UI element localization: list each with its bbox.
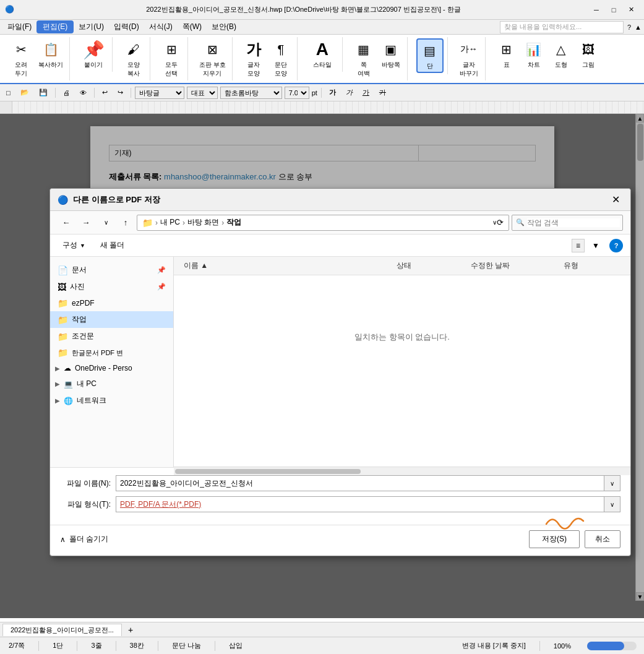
- col-name-header[interactable]: 이름 ▲: [181, 259, 394, 272]
- organize-label: 구성: [62, 240, 77, 251]
- new-folder-button[interactable]: 새 폴더: [95, 238, 129, 252]
- ruler-marks: [12, 101, 644, 113]
- view-toggle-button[interactable]: ≡: [572, 239, 585, 252]
- replace-icon: 가↔: [459, 40, 479, 59]
- address-bar[interactable]: 📁 › 내 PC › 바탕 화면 › 작업 ∨ ⟳: [137, 215, 509, 231]
- filetype-dropdown-button[interactable]: ∨: [604, 496, 620, 512]
- breadcrumb-pc[interactable]: 내 PC: [160, 217, 180, 228]
- filetype-row: 파일 형식(T): PDF, PDF/A 문서(*.PDF) ∨: [60, 496, 620, 512]
- menu-file[interactable]: 파일(F): [2, 20, 36, 33]
- para-format-button[interactable]: ¶ 문단모양: [268, 38, 293, 79]
- sidebar-onedrive[interactable]: ▶ ☁ OneDrive - Perso: [50, 361, 173, 376]
- sidebar-item-photos[interactable]: 🖼 사진 📌: [50, 278, 173, 295]
- sidebar-item-ezpdf[interactable]: 📁 ezPDF: [50, 295, 173, 311]
- font-rep-select[interactable]: 대표: [187, 87, 218, 99]
- menu-edit[interactable]: 편집(E): [36, 20, 74, 33]
- menu-page[interactable]: 쪽(W): [178, 20, 207, 33]
- search-input[interactable]: [527, 218, 620, 227]
- col-date-header[interactable]: 수정한 날짜: [468, 259, 561, 272]
- sidebar-item-condition[interactable]: 📁 조건문: [50, 328, 173, 345]
- cut-button[interactable]: ✂ 오려두기: [9, 38, 33, 79]
- clear-marks-button[interactable]: ⊠ 조판 부호지우기: [197, 38, 228, 79]
- mypc-icon: 💻: [64, 380, 73, 389]
- table-button[interactable]: ⊞ 표: [494, 38, 519, 71]
- ribbon-group-replace: 가↔ 글자바꾸기: [453, 37, 486, 80]
- dialog-close-button[interactable]: ✕: [608, 192, 623, 207]
- menu-view[interactable]: 보기(U): [74, 20, 109, 33]
- menu-security[interactable]: 보안(B): [207, 20, 241, 33]
- sidebar-network[interactable]: ▶ 🌐 네트워크: [50, 392, 173, 409]
- minimize-button[interactable]: ─: [588, 4, 604, 16]
- expand-icon[interactable]: ▲: [635, 24, 642, 31]
- strikethrough-button[interactable]: 가: [376, 87, 390, 98]
- file-empty-message: 일치하는 항목이 없습니다.: [174, 275, 630, 399]
- format-copy-button[interactable]: 🖌 모양복사: [121, 38, 146, 79]
- status-insert: 삽입: [225, 641, 246, 650]
- nav-up-button[interactable]: ↑: [117, 215, 134, 230]
- filename-row: 파일 이름(N): ∨: [60, 475, 620, 491]
- font-size-select[interactable]: 7.0: [285, 87, 309, 99]
- ribbon-group-insert: ⊞ 표 📊 차트 △ 도형 🖼 그림: [491, 37, 604, 72]
- menu-input[interactable]: 입력(D): [109, 20, 144, 33]
- address-refresh-button[interactable]: ⟳: [497, 218, 504, 227]
- replace-char-button[interactable]: 가↔ 글자바꾸기: [457, 38, 481, 79]
- breadcrumb-current[interactable]: 작업: [226, 217, 241, 228]
- sidebar-item-documents[interactable]: 📄 문서 📌: [50, 262, 173, 278]
- col-type-header[interactable]: 유형: [561, 259, 623, 272]
- page-margin-button[interactable]: ▦ 쪽여백: [351, 38, 376, 79]
- tab-document[interactable]: 2022빈집활용_아이디어_공모전...: [2, 624, 122, 636]
- add-tab-button[interactable]: +: [123, 624, 138, 636]
- print-button[interactable]: 🖨: [59, 88, 74, 98]
- col-status-header[interactable]: 상태: [394, 259, 468, 272]
- chart-button[interactable]: 📊 차트: [522, 38, 546, 71]
- sidebar-mypc[interactable]: ▶ 💻 내 PC: [50, 376, 173, 392]
- sidebar-item-hwp-pdf[interactable]: 📁 한글문서 PDF 변: [50, 345, 173, 361]
- menu-format[interactable]: 서식(J): [144, 20, 178, 33]
- select-all-button[interactable]: ⊞ 모두선택: [159, 38, 184, 79]
- dialog-help-button[interactable]: ?: [609, 239, 623, 252]
- filename-input[interactable]: [116, 475, 604, 491]
- col-status-label: 상태: [397, 261, 411, 270]
- background-button[interactable]: ▣ 바탕쪽: [379, 38, 403, 79]
- filename-dropdown-button[interactable]: ∨: [604, 475, 620, 491]
- copy-button[interactable]: 📋 복사하기: [36, 38, 66, 79]
- address-chevron-button[interactable]: ∨: [492, 219, 497, 226]
- cut-icon: ✂: [11, 40, 31, 59]
- style-select[interactable]: 바탕글: [135, 87, 184, 99]
- organize-button[interactable]: 구성 ▼: [58, 238, 90, 252]
- nav-back-button[interactable]: ←: [58, 215, 75, 230]
- columns-button[interactable]: ▤ 단: [416, 38, 444, 73]
- save-doc-button[interactable]: 💾: [35, 87, 51, 98]
- nav-dropdown-button[interactable]: ∨: [97, 215, 114, 230]
- redo-button[interactable]: ↪: [114, 87, 127, 98]
- underline-button[interactable]: 가: [359, 87, 373, 98]
- nav-forward-button[interactable]: →: [77, 215, 95, 230]
- preview-button[interactable]: 👁: [76, 88, 90, 98]
- shape-button[interactable]: △ 도형: [549, 38, 573, 71]
- cancel-button[interactable]: 취소: [585, 530, 620, 548]
- new-button[interactable]: □: [2, 88, 14, 98]
- char-format-button[interactable]: 가 글자모양: [241, 38, 266, 79]
- sidebar-item-work[interactable]: 📁 작업: [50, 311, 173, 328]
- help-icon[interactable]: ?: [627, 24, 631, 31]
- undo-button[interactable]: ↩: [98, 87, 111, 98]
- search-box[interactable]: 찾을 내용을 입력하세요...: [500, 21, 624, 33]
- close-window-button[interactable]: ✕: [623, 4, 639, 16]
- open-button[interactable]: 📂: [17, 87, 33, 98]
- paste-button[interactable]: 📌 붙이기: [79, 38, 108, 71]
- font-select[interactable]: 함초롬바탕: [220, 87, 282, 99]
- expand-icon-mypc: ▶: [55, 381, 60, 387]
- image-button[interactable]: 🖼 그림: [576, 38, 601, 71]
- status-section: 1단: [49, 641, 67, 650]
- italic-button[interactable]: 가: [342, 87, 356, 98]
- shape-icon: △: [551, 40, 571, 59]
- breadcrumb-desktop[interactable]: 바탕 화면: [187, 217, 219, 228]
- scrollbar-horizontal[interactable]: [174, 467, 630, 467]
- folder-toggle[interactable]: ∧ 폴더 숨기기: [60, 534, 108, 544]
- zoom-slider[interactable]: [587, 642, 637, 650]
- col-type-label: 유형: [564, 261, 578, 270]
- bold-button[interactable]: 가: [325, 87, 340, 98]
- style-button[interactable]: A 스타일: [306, 38, 338, 71]
- save-button[interactable]: 저장(S): [529, 530, 580, 548]
- maximize-button[interactable]: □: [606, 4, 622, 16]
